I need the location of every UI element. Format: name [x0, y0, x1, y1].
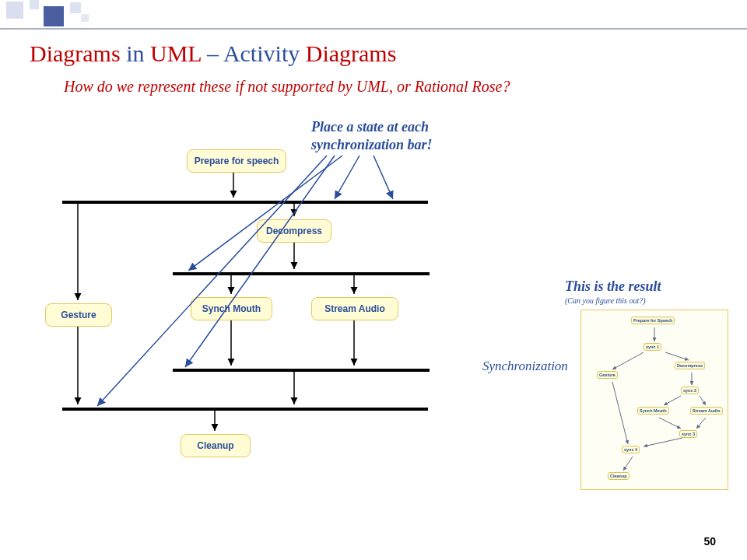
- mini-prepare: Prepare for Speech: [631, 317, 675, 324]
- tip-text: Place a state at each synchronization ba…: [311, 118, 433, 155]
- svg-line-22: [659, 418, 681, 429]
- activity-decompress: Decompress: [257, 219, 331, 243]
- sync-bar-1: [62, 201, 428, 204]
- svg-line-20: [664, 396, 681, 405]
- mini-sync2: sync 2: [681, 387, 699, 394]
- svg-line-17: [612, 352, 644, 369]
- svg-line-26: [623, 457, 633, 471]
- result-subtitle: (Can you figure this out?): [565, 296, 646, 305]
- svg-line-23: [696, 418, 706, 429]
- question-text: How do we represent these if not support…: [64, 78, 510, 96]
- sync-bar-3: [173, 369, 430, 372]
- mini-sync3: sync 3: [679, 430, 697, 438]
- activity-gesture: Gesture: [45, 303, 112, 327]
- svg-line-12: [374, 156, 393, 199]
- activity-cleanup: Cleanup: [181, 434, 251, 457]
- activity-stream-audio: Stream Audio: [311, 297, 398, 320]
- mini-stream-audio: Stream Audio: [690, 407, 723, 415]
- slide-title: Diagrams in UML – Activity Diagrams: [30, 40, 396, 67]
- svg-line-24: [612, 382, 628, 444]
- mini-cleanup: Cleanup: [608, 472, 630, 480]
- synchronization-label: Synchronization: [482, 359, 568, 374]
- svg-line-11: [335, 156, 359, 199]
- sync-bar-2: [173, 272, 430, 275]
- activity-prepare: Prepare for speech: [187, 149, 286, 173]
- page-number: 50: [703, 535, 716, 548]
- activity-synch-mouth: Synch Mouth: [191, 297, 272, 320]
- mini-sync4: sync 4: [622, 446, 640, 453]
- sync-bar-4: [62, 408, 428, 411]
- mini-gesture: Gesture: [597, 371, 618, 379]
- svg-line-25: [644, 438, 682, 446]
- mini-synch-mouth: Synch Mouth: [637, 407, 669, 415]
- result-title: This is the result: [565, 278, 661, 295]
- svg-line-13: [188, 156, 342, 271]
- mini-sync1: sync 1: [644, 343, 661, 351]
- result-diagram: Prepare for Speech sync 1 Gesture Decomp…: [580, 310, 728, 490]
- svg-line-18: [665, 352, 689, 360]
- mini-decompress: Decompress: [675, 362, 705, 369]
- svg-line-21: [700, 396, 706, 405]
- corner-decoration: [0, 0, 109, 28]
- svg-line-14: [185, 156, 335, 367]
- header-rule: [0, 28, 747, 30]
